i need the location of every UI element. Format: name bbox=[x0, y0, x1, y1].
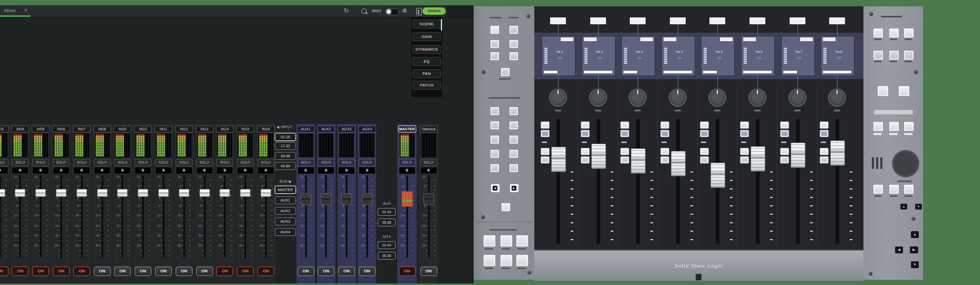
bank-left-button[interactable]: ◀ bbox=[491, 184, 500, 193]
strip-function-button[interactable] bbox=[541, 130, 550, 137]
panel-button[interactable] bbox=[483, 235, 496, 247]
dynamics-button[interactable]: DYNAMICS bbox=[412, 45, 441, 54]
motor-fader-cap[interactable] bbox=[591, 144, 606, 169]
panel-button[interactable] bbox=[490, 52, 499, 61]
channel-on-button[interactable]: ON bbox=[94, 267, 111, 276]
nav-right-button[interactable]: ▶ bbox=[910, 246, 918, 253]
fader-cap[interactable] bbox=[15, 189, 25, 197]
panel-button[interactable] bbox=[877, 86, 889, 97]
channel-on-button[interactable]: ON bbox=[0, 267, 8, 276]
solo-button[interactable]: SOLO bbox=[155, 159, 172, 166]
panel-button[interactable] bbox=[490, 107, 499, 116]
panel-button[interactable] bbox=[889, 50, 899, 60]
panel-button[interactable] bbox=[889, 28, 899, 38]
search-icon[interactable] bbox=[361, 8, 367, 14]
panel-button[interactable] bbox=[501, 68, 510, 77]
channel-on-button[interactable]: ON bbox=[134, 267, 151, 276]
strip-function-button[interactable] bbox=[820, 156, 829, 164]
fader-cap[interactable] bbox=[301, 193, 311, 205]
fader-cap[interactable] bbox=[0, 189, 5, 197]
eq-button[interactable]: EQ bbox=[412, 57, 441, 66]
fader-cap[interactable] bbox=[424, 193, 434, 205]
vpot-knob[interactable] bbox=[550, 90, 566, 106]
strip-function-button[interactable] bbox=[780, 156, 789, 164]
fader-cap[interactable] bbox=[97, 189, 108, 197]
strip-function-button[interactable] bbox=[740, 156, 749, 164]
strip-function-button[interactable] bbox=[740, 121, 749, 129]
solo-button[interactable]: SOLO bbox=[0, 159, 8, 166]
panel-button[interactable] bbox=[889, 184, 899, 194]
panel-button[interactable] bbox=[509, 121, 518, 130]
strip-function-button[interactable] bbox=[660, 156, 669, 164]
solo-button[interactable]: SOLO bbox=[359, 159, 376, 166]
solo-button[interactable]: SOLO bbox=[297, 159, 314, 166]
bus-aux2-button[interactable]: AUX2 bbox=[275, 207, 296, 215]
panel-button[interactable] bbox=[904, 28, 914, 38]
panel-button[interactable] bbox=[904, 121, 914, 131]
strip-function-button[interactable] bbox=[660, 148, 669, 155]
fader-cap[interactable] bbox=[35, 189, 46, 197]
channel-on-button[interactable]: ON bbox=[420, 267, 437, 276]
strip-function-button[interactable] bbox=[780, 121, 789, 129]
panel-button[interactable] bbox=[509, 40, 518, 49]
strip-function-button[interactable] bbox=[541, 156, 550, 164]
bus-aux4-button[interactable]: AUX4 bbox=[275, 228, 296, 236]
channel-on-button[interactable]: ON bbox=[12, 267, 28, 276]
scrollbar-thumb[interactable] bbox=[441, 19, 442, 31]
fader-cap[interactable] bbox=[138, 189, 148, 197]
strip-function-button[interactable] bbox=[581, 130, 590, 137]
solo-button[interactable]: SOLO bbox=[73, 159, 90, 166]
solo-button[interactable]: SOLO bbox=[32, 159, 49, 166]
midi-toggle[interactable] bbox=[386, 8, 399, 15]
channel-on-button[interactable]: ON bbox=[155, 267, 172, 276]
page-down-button[interactable]: ▼ bbox=[915, 204, 922, 210]
strip-function-button[interactable] bbox=[700, 130, 709, 137]
vpot-knob[interactable] bbox=[670, 90, 686, 106]
strip-function-button[interactable] bbox=[780, 130, 789, 137]
fader-cap[interactable] bbox=[179, 189, 189, 197]
strip-function-button[interactable] bbox=[620, 121, 629, 129]
refresh-icon[interactable]: ↻ bbox=[344, 7, 349, 14]
pan-button[interactable]: PAN bbox=[412, 69, 441, 78]
panel-button[interactable] bbox=[516, 254, 529, 267]
motor-fader-cap[interactable] bbox=[631, 148, 646, 174]
panel-button[interactable] bbox=[500, 254, 513, 267]
tab-mixer[interactable]: Mixer bbox=[4, 8, 16, 13]
strip-function-button[interactable] bbox=[820, 130, 829, 137]
vpot-knob[interactable] bbox=[790, 90, 805, 106]
fader-cap[interactable] bbox=[261, 189, 271, 197]
panel-button[interactable] bbox=[873, 28, 883, 38]
panel-button[interactable] bbox=[873, 184, 883, 194]
fader-cap[interactable] bbox=[219, 189, 230, 197]
motor-fader-cap[interactable] bbox=[551, 147, 566, 172]
panel-button[interactable] bbox=[490, 25, 499, 34]
panel-button[interactable] bbox=[509, 25, 518, 34]
bus-aux3-button[interactable]: AUX3 bbox=[275, 217, 296, 225]
fader-cap[interactable] bbox=[240, 189, 251, 197]
aux-range-05-08[interactable]: 05-08 bbox=[378, 218, 396, 226]
input-range-01-16[interactable]: 01-16 bbox=[275, 133, 296, 141]
panel-button[interactable] bbox=[490, 135, 499, 144]
solo-button[interactable]: SOLO bbox=[53, 159, 70, 166]
strip-function-button[interactable] bbox=[700, 156, 709, 164]
motor-fader-cap[interactable] bbox=[751, 146, 765, 172]
panel-button[interactable] bbox=[898, 86, 910, 97]
mtx-range-05-08[interactable]: 05-08 bbox=[378, 252, 396, 260]
vpot-knob[interactable] bbox=[590, 90, 606, 106]
strip-function-button[interactable] bbox=[620, 156, 629, 164]
fader-cap[interactable] bbox=[158, 189, 169, 197]
panel-button[interactable] bbox=[873, 121, 883, 131]
expand-right-icon[interactable]: ▶ bbox=[289, 179, 292, 183]
panel-button[interactable] bbox=[873, 50, 883, 60]
panel-button[interactable] bbox=[501, 203, 511, 212]
channel-on-button[interactable]: ON bbox=[237, 267, 254, 276]
channel-on-button[interactable]: ON bbox=[114, 267, 131, 276]
vpot-knob[interactable] bbox=[750, 90, 765, 106]
gain-button[interactable]: GAIN bbox=[412, 32, 441, 41]
nav-left-button[interactable]: ◀ bbox=[895, 246, 903, 253]
channel-on-button[interactable]: ON bbox=[73, 267, 90, 276]
channel-on-button[interactable]: ON bbox=[338, 267, 355, 276]
strip-function-button[interactable] bbox=[620, 148, 629, 155]
collapse-left-icon[interactable]: ◀ bbox=[276, 125, 280, 129]
strip-function-button[interactable] bbox=[660, 121, 669, 129]
